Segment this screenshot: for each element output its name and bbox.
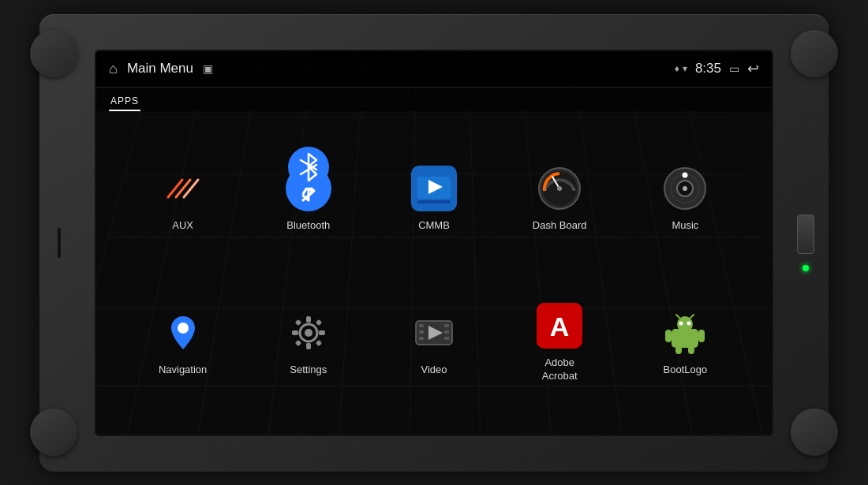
app-bootlogo[interactable]: BootLogo (623, 271, 748, 416)
svg-rect-29 (295, 319, 301, 325)
svg-point-23 (178, 323, 189, 334)
aux-label: AUX (172, 219, 193, 233)
music-label: Music (672, 219, 698, 233)
svg-rect-26 (306, 343, 311, 349)
tab-bar: APPS (96, 88, 772, 111)
mount-tab-tl (30, 30, 77, 77)
svg-point-20 (683, 186, 687, 191)
svg-rect-30 (316, 319, 322, 325)
mount-tab-bl (30, 409, 77, 456)
app-navigation[interactable]: Navigation (120, 271, 245, 416)
screen: ⌂ Main Menu ▣ ♦ ▾ 8:35 ▭ ↩ APPS (95, 50, 773, 436)
svg-point-46 (687, 321, 691, 325)
led-indicator (803, 265, 809, 271)
svg-rect-51 (675, 346, 682, 354)
left-slot (57, 227, 62, 259)
svg-line-47 (676, 315, 679, 318)
svg-rect-25 (306, 316, 311, 323)
bootlogo-icon (662, 310, 708, 356)
app-video[interactable]: Video (371, 271, 496, 416)
svg-line-0 (168, 180, 182, 197)
cmmb-icon (411, 166, 457, 211)
settings-icon (286, 310, 331, 356)
bluetooth-icon: ✗ (286, 166, 331, 211)
svg-point-45 (679, 321, 683, 325)
mount-tab-tr (791, 30, 838, 77)
svg-rect-37 (444, 324, 449, 327)
gps-icon: ♦ (675, 63, 679, 74)
bluetooth-label: Bluetooth (286, 219, 330, 233)
video-label: Video (421, 364, 447, 377)
svg-rect-28 (319, 330, 325, 335)
app-bluetooth[interactable]: ✗ Bluetooth (245, 127, 371, 271)
aux-icon (160, 166, 206, 211)
svg-rect-31 (295, 339, 301, 345)
apps-grid: AUX ✗ (96, 111, 772, 431)
svg-rect-49 (665, 330, 672, 342)
app-dashboard[interactable]: Dash Board (497, 127, 623, 271)
video-icon (411, 310, 457, 356)
side-controls (797, 215, 814, 271)
svg-rect-38 (444, 330, 449, 334)
menu-title: Main Menu (127, 61, 193, 76)
app-aux[interactable]: AUX (120, 127, 245, 271)
wifi-icon: ▾ (683, 63, 687, 74)
acrobat-icon: A (537, 303, 582, 349)
svg-rect-27 (292, 330, 298, 335)
settings-label: Settings (290, 364, 327, 377)
svg-line-2 (184, 180, 198, 197)
side-button[interactable] (797, 215, 814, 254)
svg-rect-50 (698, 330, 705, 342)
status-right: ♦ ▾ 8:35 ▭ ↩ (675, 60, 759, 77)
mount-tab-br (791, 409, 838, 456)
status-left: ⌂ Main Menu ▣ (109, 61, 675, 77)
svg-rect-34 (419, 324, 424, 327)
screenshot-icon: ▣ (203, 62, 213, 75)
dashboard-icon (537, 166, 582, 211)
svg-rect-36 (419, 337, 424, 340)
svg-point-15 (557, 186, 562, 191)
svg-point-22 (683, 172, 688, 177)
svg-rect-32 (316, 339, 322, 345)
cmmb-label: CMMB (418, 219, 450, 233)
app-settings[interactable]: Settings (245, 271, 371, 416)
status-bar: ⌂ Main Menu ▣ ♦ ▾ 8:35 ▭ ↩ (96, 51, 772, 88)
home-icon[interactable]: ⌂ (109, 61, 118, 77)
svg-text:A: A (550, 312, 570, 341)
app-cmmb[interactable]: CMMB (371, 127, 496, 271)
time-display: 8:35 (695, 61, 721, 76)
battery-icon: ▭ (729, 62, 739, 75)
dashboard-label: Dash Board (533, 219, 587, 233)
app-acrobat[interactable]: A Adobe Acrobat (497, 271, 623, 416)
car-unit: ⌂ Main Menu ▣ ♦ ▾ 8:35 ▭ ↩ APPS (39, 14, 829, 472)
navigation-label: Navigation (159, 364, 207, 377)
tab-apps[interactable]: APPS (109, 92, 140, 111)
svg-rect-11 (417, 200, 451, 203)
acrobat-label: Adobe Acrobat (542, 356, 578, 383)
svg-rect-35 (419, 330, 424, 334)
back-icon[interactable]: ↩ (747, 60, 759, 77)
signal-icons: ♦ ▾ (675, 63, 687, 74)
bootlogo-label: BootLogo (664, 364, 708, 377)
svg-rect-52 (688, 346, 694, 354)
svg-rect-39 (444, 337, 449, 340)
svg-line-48 (690, 315, 694, 318)
app-music[interactable]: Music (623, 127, 748, 271)
music-icon (662, 166, 708, 211)
navigation-icon (160, 310, 206, 356)
svg-line-1 (176, 180, 190, 197)
svg-point-24 (305, 329, 312, 337)
